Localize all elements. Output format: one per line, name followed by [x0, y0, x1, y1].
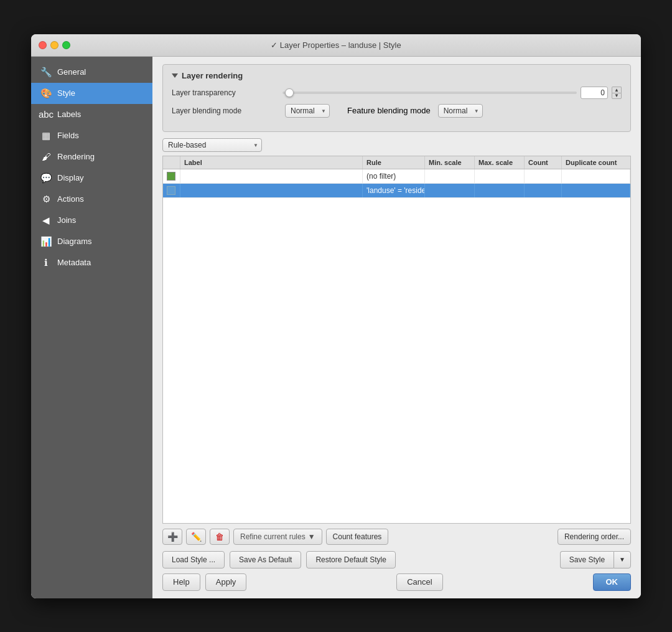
close-button[interactable]	[39, 41, 47, 49]
row1-dup-count-cell	[562, 169, 630, 183]
edit-icon: ✏️	[191, 532, 202, 542]
row1-count-cell	[525, 169, 562, 183]
row2-rule-cell: 'landuse' = 'residen...	[363, 184, 425, 197]
stepper-down-icon[interactable]: ▼	[612, 93, 622, 99]
add-icon: ➕	[167, 532, 178, 542]
save-style-arrow-icon: ▼	[619, 556, 625, 563]
add-rule-button[interactable]: ➕	[162, 529, 182, 545]
traffic-lights	[39, 41, 70, 49]
refine-rules-button[interactable]: Refine current rules ▼	[233, 529, 322, 545]
row2-count-cell	[525, 184, 562, 197]
restore-default-button[interactable]: Restore Default Style	[306, 551, 395, 568]
rule-based-row: Rule-based Single symbol Categorized Gra…	[162, 138, 631, 152]
restore-default-label: Restore Default Style	[315, 555, 386, 564]
save-style-button[interactable]: Save Style	[560, 551, 614, 568]
joins-icon: ◀	[40, 214, 52, 227]
row2-min-scale-cell	[425, 184, 475, 197]
cancel-label: Cancel	[407, 577, 432, 587]
layer-blending-label: Layer blending mode	[172, 106, 278, 115]
sidebar-item-metadata[interactable]: ℹ Metadata	[31, 252, 152, 273]
remove-rule-button[interactable]: 🗑	[210, 529, 230, 545]
save-as-default-label: Save As Default	[239, 555, 292, 564]
table-row[interactable]: 'landuse' = 'residen...	[163, 184, 630, 198]
col-label-text: Label	[180, 156, 363, 169]
rules-toolbar: ➕ ✏️ 🗑 Refine current rules ▼ Count feat…	[162, 529, 631, 545]
metadata-icon: ℹ	[40, 257, 52, 269]
row2-dup-count-cell	[562, 184, 630, 197]
sidebar-item-display[interactable]: 💬 Display	[31, 167, 152, 189]
row1-color-swatch	[167, 172, 175, 181]
transparency-value-input[interactable]: 0	[581, 87, 608, 99]
sidebar-item-diagrams[interactable]: 📊 Diagrams	[31, 231, 152, 252]
minimize-button[interactable]	[50, 41, 58, 49]
apply-button[interactable]: Apply	[205, 573, 247, 591]
table-header: Label Rule Min. scale Max. scale Count D…	[163, 156, 630, 169]
help-label: Help	[173, 577, 190, 587]
sidebar-item-joins[interactable]: ◀ Joins	[31, 210, 152, 231]
titlebar: ✓ Layer Properties – landuse | Style	[31, 34, 641, 57]
table-row[interactable]: (no filter)	[163, 169, 630, 184]
slider-thumb	[285, 88, 294, 97]
actions-icon: ⚙	[40, 193, 52, 205]
layer-blending-group: Normal Multiply Screen Overlay	[285, 104, 330, 118]
row2-swatch-cell	[163, 184, 180, 197]
sidebar-item-rendering[interactable]: 🖌 Rendering	[31, 146, 152, 167]
section-title: Layer rendering	[182, 71, 243, 80]
feature-blending-select[interactable]: Normal Multiply Screen Overlay	[438, 104, 483, 118]
save-as-default-button[interactable]: Save As Default	[230, 551, 301, 568]
window-body: 🔧 General 🎨 Style abc Labels ▦ Fields 🖌 …	[31, 57, 641, 598]
col-count: Count	[525, 156, 562, 169]
load-style-button[interactable]: Load Style ...	[162, 551, 225, 568]
feature-blending-select-wrapper: Normal Multiply Screen Overlay	[438, 104, 483, 118]
sidebar-label-style: Style	[57, 88, 75, 98]
refine-arrow-icon: ▼	[308, 532, 315, 541]
row1-swatch-cell	[163, 169, 180, 183]
main-window: ✓ Layer Properties – landuse | Style 🔧 G…	[31, 34, 641, 598]
renderer-type-select[interactable]: Rule-based Single symbol Categorized Gra…	[162, 138, 262, 152]
transparency-row: Layer transparency 0 ▲ ▼	[172, 87, 622, 99]
style-icon: 🎨	[40, 87, 52, 100]
count-features-button[interactable]: Count features	[326, 529, 389, 545]
layer-blending-select[interactable]: Normal Multiply Screen Overlay	[285, 104, 330, 118]
transparency-slider[interactable]	[282, 92, 577, 94]
refine-label: Refine current rules	[240, 532, 306, 541]
transparency-slider-container: 0 ▲ ▼	[282, 87, 622, 99]
window-title: ✓ Layer Properties – landuse | Style	[271, 40, 401, 50]
save-style-dropdown-button[interactable]: ▼	[614, 551, 631, 568]
col-max-scale: Max. scale	[475, 156, 525, 169]
action-bar: Help Apply Cancel OK	[162, 573, 631, 591]
row2-color-swatch	[167, 186, 175, 195]
ok-button[interactable]: OK	[593, 573, 632, 591]
diagrams-icon: 📊	[40, 235, 52, 248]
col-dup-count: Duplicate count	[562, 156, 630, 169]
fields-icon: ▦	[40, 130, 52, 142]
sidebar-item-labels[interactable]: abc Labels	[31, 104, 152, 125]
main-panel: Layer rendering Layer transparency 0 ▲ ▼	[152, 57, 641, 598]
transparency-stepper[interactable]: ▲ ▼	[612, 87, 622, 99]
rendering-order-button[interactable]: Rendering order...	[558, 529, 631, 545]
stepper-up-icon[interactable]: ▲	[612, 87, 622, 93]
section-header: Layer rendering	[172, 71, 622, 80]
sidebar-label-actions: Actions	[57, 194, 84, 204]
cancel-button[interactable]: Cancel	[396, 573, 442, 591]
rules-table-container: Label Rule Min. scale Max. scale Count D…	[162, 156, 631, 524]
save-style-label: Save Style	[569, 555, 605, 564]
sidebar-item-style[interactable]: 🎨 Style	[31, 83, 152, 104]
sidebar-item-general[interactable]: 🔧 General	[31, 62, 152, 83]
maximize-button[interactable]	[62, 41, 70, 49]
sidebar-label-rendering: Rendering	[57, 152, 95, 161]
general-icon: 🔧	[40, 66, 52, 78]
apply-label: Apply	[216, 577, 236, 587]
labels-icon: abc	[40, 108, 52, 121]
sidebar-label-general: General	[57, 67, 86, 77]
collapse-triangle-icon[interactable]	[172, 73, 178, 78]
ok-label: OK	[606, 577, 618, 587]
col-rule: Rule	[363, 156, 425, 169]
sidebar-item-fields[interactable]: ▦ Fields	[31, 125, 152, 146]
sidebar-item-actions[interactable]: ⚙ Actions	[31, 189, 152, 210]
col-label	[163, 156, 180, 169]
help-button[interactable]: Help	[162, 573, 200, 591]
sidebar-label-fields: Fields	[57, 131, 79, 140]
transparency-label: Layer transparency	[172, 88, 278, 97]
edit-rule-button[interactable]: ✏️	[186, 529, 206, 545]
